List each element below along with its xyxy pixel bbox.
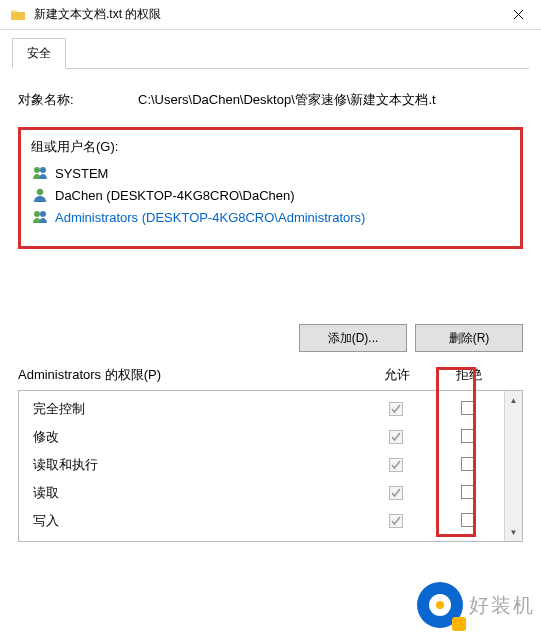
folder-icon [10, 7, 26, 23]
permissions-table: 完全控制 修改 读取和执行 读取 写入 [18, 390, 523, 542]
svg-point-3 [34, 211, 40, 217]
group-users-box: 组或用户名(G): SYSTEM DaChen (DESKTOP-4KG8CRO… [18, 127, 523, 249]
tab-security[interactable]: 安全 [12, 38, 66, 69]
permission-name: 写入 [19, 512, 360, 530]
deny-checkbox[interactable] [461, 485, 475, 499]
permission-name: 修改 [19, 428, 360, 446]
tab-divider [12, 68, 529, 69]
allow-checkbox[interactable] [389, 430, 403, 444]
table-row: 读取和执行 [19, 451, 504, 479]
deny-checkbox[interactable] [461, 401, 475, 415]
svg-point-1 [40, 167, 46, 173]
deny-column-header: 拒绝 [433, 366, 505, 384]
tab-strip: 安全 [12, 38, 541, 69]
titlebar: 新建文本文档.txt 的权限 [0, 0, 541, 30]
window-title: 新建文本文档.txt 的权限 [34, 6, 496, 23]
permission-name: 完全控制 [19, 400, 360, 418]
table-row: 完全控制 [19, 395, 504, 423]
group-users-label: 组或用户名(G): [31, 138, 510, 156]
close-button[interactable] [496, 0, 541, 29]
table-row: 修改 [19, 423, 504, 451]
svg-point-0 [34, 167, 40, 173]
watermark-logo-icon [417, 582, 463, 628]
allow-checkbox[interactable] [389, 514, 403, 528]
table-row: 写入 [19, 507, 504, 535]
deny-checkbox[interactable] [461, 513, 475, 527]
allow-checkbox[interactable] [389, 458, 403, 472]
permissions-for-label: Administrators 的权限(P) [18, 366, 361, 384]
svg-point-4 [40, 211, 46, 217]
scroll-track[interactable] [505, 409, 522, 523]
user-name: DaChen (DESKTOP-4KG8CRO\DaChen) [55, 188, 295, 203]
watermark: 好装机 [417, 582, 535, 628]
allow-checkbox[interactable] [389, 486, 403, 500]
permissions-header: Administrators 的权限(P) 允许 拒绝 [18, 366, 523, 384]
scroll-up-icon[interactable]: ▲ [505, 391, 522, 409]
permission-name: 读取 [19, 484, 360, 502]
list-item[interactable]: Administrators (DESKTOP-4KG8CRO\Administ… [31, 206, 510, 228]
group-buttons-row: 添加(D)... 删除(R) [18, 324, 523, 352]
object-name-row: 对象名称: C:\Users\DaChen\Desktop\管家速修\新建文本文… [18, 91, 523, 109]
svg-point-2 [37, 189, 43, 195]
scroll-down-icon[interactable]: ▼ [505, 523, 522, 541]
table-row: 读取 [19, 479, 504, 507]
scrollbar[interactable]: ▲ ▼ [504, 391, 522, 541]
remove-button[interactable]: 删除(R) [415, 324, 523, 352]
deny-checkbox[interactable] [461, 457, 475, 471]
deny-checkbox[interactable] [461, 429, 475, 443]
user-icon [31, 186, 49, 204]
user-list[interactable]: SYSTEM DaChen (DESKTOP-4KG8CRO\DaChen) A… [31, 162, 510, 228]
list-item[interactable]: SYSTEM [31, 162, 510, 184]
watermark-text: 好装机 [469, 592, 535, 619]
group-icon [31, 164, 49, 182]
list-item[interactable]: DaChen (DESKTOP-4KG8CRO\DaChen) [31, 184, 510, 206]
user-name: Administrators (DESKTOP-4KG8CRO\Administ… [55, 210, 365, 225]
add-button[interactable]: 添加(D)... [299, 324, 407, 352]
allow-column-header: 允许 [361, 366, 433, 384]
user-name: SYSTEM [55, 166, 108, 181]
allow-checkbox[interactable] [389, 402, 403, 416]
group-icon [31, 208, 49, 226]
object-name-value: C:\Users\DaChen\Desktop\管家速修\新建文本文档.t [138, 91, 523, 109]
object-name-label: 对象名称: [18, 91, 138, 109]
permission-name: 读取和执行 [19, 456, 360, 474]
